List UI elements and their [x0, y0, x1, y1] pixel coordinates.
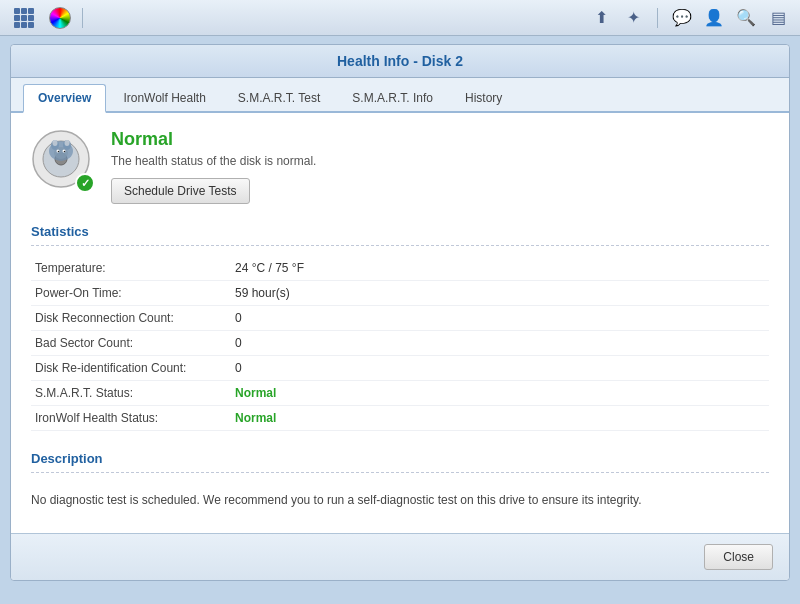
top-toolbar: ⬆ ✦ 💬 👤 🔍 ▤ [0, 0, 800, 36]
stats-value: 24 °C / 75 °F [231, 256, 769, 281]
stats-value: 59 hour(s) [231, 281, 769, 306]
schedule-drive-tests-button[interactable]: Schedule Drive Tests [111, 178, 250, 204]
health-check-badge [75, 173, 95, 193]
dialog-titlebar: Health Info - Disk 2 [11, 45, 789, 78]
stats-row: S.M.A.R.T. Status:Normal [31, 381, 769, 406]
stats-label: Bad Sector Count: [31, 331, 231, 356]
statistics-table: Temperature:24 °C / 75 °FPower-On Time:5… [31, 256, 769, 431]
stats-value: 0 [231, 306, 769, 331]
stats-row: Disk Re-identification Count:0 [31, 356, 769, 381]
toolbar-apps [8, 4, 76, 32]
svg-point-11 [58, 151, 60, 153]
stats-row: Bad Sector Count:0 [31, 331, 769, 356]
tab-ironwolf[interactable]: IronWolf Health [108, 84, 220, 111]
close-button[interactable]: Close [704, 544, 773, 570]
stats-value: Normal [231, 381, 769, 406]
toolbar-separator [82, 8, 83, 28]
tab-history[interactable]: History [450, 84, 517, 111]
grid-apps-icon[interactable]: ✦ [619, 4, 647, 32]
toolbar-separator-2 [657, 8, 658, 28]
health-text: Normal The health status of the disk is … [111, 129, 316, 204]
description-divider [31, 472, 769, 473]
upload-icon[interactable]: ⬆ [587, 4, 615, 32]
stats-value: 0 [231, 331, 769, 356]
grid-icon [14, 8, 34, 28]
stats-label: Temperature: [31, 256, 231, 281]
stats-value: Normal [231, 406, 769, 431]
stats-label: S.M.A.R.T. Status: [31, 381, 231, 406]
stats-value: 0 [231, 356, 769, 381]
tab-bar: Overview IronWolf Health S.M.A.R.T. Test… [11, 78, 789, 113]
disk-icon-wrap [31, 129, 95, 193]
health-section: Normal The health status of the disk is … [31, 129, 769, 204]
menu-icon[interactable]: ▤ [764, 4, 792, 32]
color-wheel-button[interactable] [44, 4, 76, 32]
description-heading: Description [31, 447, 769, 466]
statistics-heading: Statistics [31, 220, 769, 239]
tab-overview[interactable]: Overview [23, 84, 106, 113]
health-description: The health status of the disk is normal. [111, 154, 316, 168]
user-icon[interactable]: 👤 [700, 4, 728, 32]
stats-label: Disk Reconnection Count: [31, 306, 231, 331]
chat-icon[interactable]: 💬 [668, 4, 696, 32]
toolbar-right: ⬆ ✦ 💬 👤 🔍 ▤ [587, 4, 792, 32]
dialog-content: Normal The health status of the disk is … [11, 113, 789, 533]
stats-row: Power-On Time:59 hour(s) [31, 281, 769, 306]
stats-row: IronWolf Health Status:Normal [31, 406, 769, 431]
tab-smart-info[interactable]: S.M.A.R.T. Info [337, 84, 448, 111]
description-text: No diagnostic test is scheduled. We reco… [31, 483, 769, 517]
health-info-dialog: Health Info - Disk 2 Overview IronWolf H… [10, 44, 790, 581]
stats-row: Temperature:24 °C / 75 °F [31, 256, 769, 281]
statistics-divider [31, 245, 769, 246]
svg-point-7 [65, 140, 70, 146]
svg-point-12 [64, 151, 66, 153]
stats-label: IronWolf Health Status: [31, 406, 231, 431]
stats-label: Disk Re-identification Count: [31, 356, 231, 381]
dialog-title: Health Info - Disk 2 [337, 53, 463, 69]
stats-row: Disk Reconnection Count:0 [31, 306, 769, 331]
svg-point-6 [53, 140, 58, 146]
color-wheel-icon [49, 7, 71, 29]
stats-label: Power-On Time: [31, 281, 231, 306]
tab-smart-test[interactable]: S.M.A.R.T. Test [223, 84, 335, 111]
health-status-label: Normal [111, 129, 316, 150]
app-grid-button[interactable] [8, 4, 40, 32]
svg-point-8 [54, 147, 68, 159]
dialog-footer: Close [11, 533, 789, 580]
search-icon[interactable]: 🔍 [732, 4, 760, 32]
